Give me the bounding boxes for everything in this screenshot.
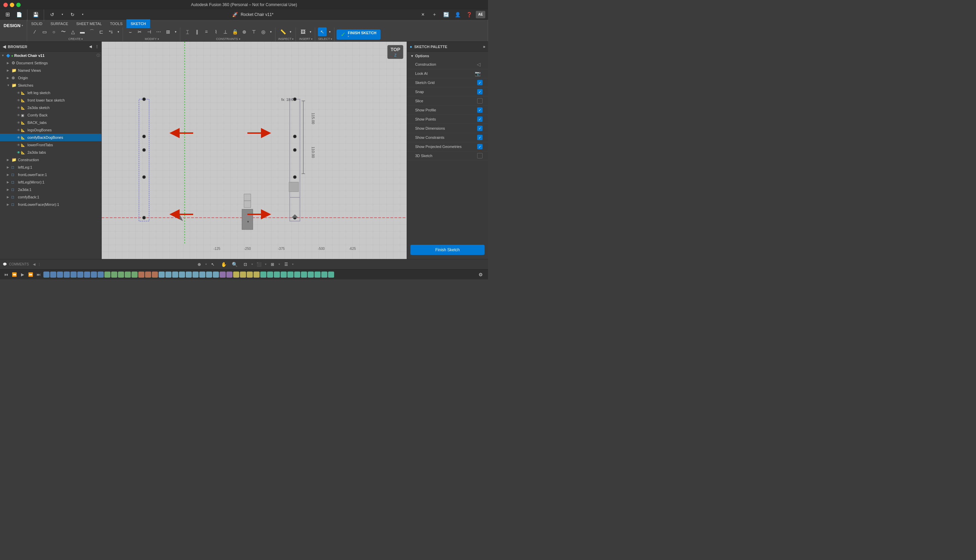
slice-checkbox[interactable] [477, 98, 483, 103]
parallel-tool[interactable]: ⌇ [211, 27, 220, 36]
palette-show-projected-row[interactable]: Show Projected Geometries [407, 142, 488, 151]
tree-item-back-tabs[interactable]: 👁 📐 BACK_tabs [0, 119, 101, 126]
timeline-item[interactable] [260, 272, 266, 278]
timeline-next[interactable]: ⏩ [27, 271, 34, 278]
timeline-item[interactable] [104, 272, 110, 278]
palette-show-profile-row[interactable]: Show Profile [407, 106, 488, 115]
design-label[interactable]: DESIGN [4, 23, 21, 28]
timeline-item[interactable] [91, 272, 97, 278]
redo-dropdown[interactable]: ▾ [78, 10, 87, 19]
profile-icon[interactable]: 👤 [453, 10, 462, 19]
collinear-tool[interactable]: ∥ [192, 27, 201, 36]
comments-menu-icon[interactable]: ⋮ [38, 262, 41, 266]
sym-tool[interactable]: ⊛ [240, 27, 249, 36]
scale2-tool[interactable]: ⊞ [164, 27, 172, 36]
line-tool[interactable]: ∕ [30, 27, 39, 36]
palette-expand-icon[interactable]: » [483, 44, 485, 49]
timeline-item[interactable] [98, 272, 104, 278]
tree-item-left-leg-1[interactable]: ▶ □ leftLeg:1 [0, 163, 101, 171]
minimize-button[interactable] [10, 3, 14, 7]
close-tab-icon[interactable]: ✕ [418, 10, 428, 19]
timeline-item[interactable] [64, 272, 70, 278]
show-projected-checkbox[interactable] [477, 144, 483, 149]
tree-item-2a3da-tabs[interactable]: 👁 📐 2a3da tabs [0, 148, 101, 156]
zoom-fit-icon[interactable]: ⊡ [241, 260, 250, 269]
close-button[interactable] [3, 3, 8, 7]
extend-tool[interactable]: ⊣ [145, 27, 154, 36]
timeline-item[interactable] [199, 272, 206, 278]
tree-root-item[interactable]: ▼ 🔷 ● Rocket Chair v11 ⓘ [0, 52, 101, 59]
timeline-item[interactable] [240, 272, 246, 278]
timeline-item[interactable] [159, 272, 165, 278]
coincident-tool[interactable]: ⌶ [183, 27, 192, 36]
measure-tool[interactable]: 📏 [279, 27, 288, 36]
timeline-play[interactable]: ▶ [19, 271, 26, 278]
timeline-item[interactable] [301, 272, 307, 278]
timeline-item[interactable] [84, 272, 90, 278]
equal-tool[interactable]: = [202, 27, 211, 36]
palette-look-at-row[interactable]: Look At 📷 [407, 69, 488, 78]
timeline-item[interactable] [165, 272, 172, 278]
help-icon[interactable]: ❓ [464, 10, 474, 19]
circle-tool[interactable]: ○ [50, 27, 58, 36]
timeline-item[interactable] [125, 272, 131, 278]
show-constraints-checkbox[interactable] [477, 135, 483, 140]
collapse-browser-icon[interactable]: ◀ [89, 45, 92, 48]
timeline-item[interactable] [281, 272, 287, 278]
timeline-item[interactable] [294, 272, 300, 278]
snap-checkbox[interactable] [477, 89, 483, 95]
timeline-item[interactable] [186, 272, 192, 278]
tree-item-left-leg-sketch[interactable]: 👁 📐 left leg sketch [0, 89, 101, 97]
timeline-item[interactable] [111, 272, 117, 278]
left-arrow-icon[interactable]: ◀ [3, 44, 6, 49]
timeline-item[interactable] [206, 272, 212, 278]
timeline-item[interactable] [118, 272, 124, 278]
maximize-button[interactable] [16, 3, 21, 7]
palette-sketch-grid-row[interactable]: Sketch Grid [407, 78, 488, 87]
fillet-tool[interactable]: ⌣ [126, 27, 135, 36]
snap-toolbar-icon[interactable]: ⊕ [194, 260, 204, 269]
palette-show-points-row[interactable]: Show Points [407, 115, 488, 124]
tree-item-2a3da-1[interactable]: ▶ □ 2a3da:1 [0, 186, 101, 193]
polygon-tool[interactable]: △ [69, 27, 77, 36]
tab-tools[interactable]: TOOLS [106, 19, 126, 28]
display-settings-icon[interactable]: ☰ [281, 260, 291, 269]
show-dimensions-checkbox[interactable] [477, 126, 483, 131]
timeline-item[interactable] [132, 272, 138, 278]
tree-item-comfy-back-1[interactable]: ▶ □ comfyBack:1 [0, 193, 101, 201]
tree-item-doc-settings[interactable]: ▶ ⚙ Document Settings [0, 59, 101, 67]
arc-tool[interactable]: ⌒ [87, 27, 96, 36]
timeline-item[interactable] [213, 272, 219, 278]
hand-toolbar-icon[interactable]: ✋ [219, 260, 228, 269]
tab-surface[interactable]: SURFACE [47, 19, 72, 28]
timeline-item[interactable] [308, 272, 314, 278]
sketch-grid-checkbox[interactable] [477, 80, 483, 85]
tree-item-construction[interactable]: ▶ 📁 Construction [0, 156, 101, 163]
save-icon[interactable]: 💾 [31, 10, 40, 19]
chevron5-down-icon[interactable]: ▾ [308, 27, 313, 36]
tab-solid[interactable]: SOLID [27, 19, 47, 28]
chevron4-down-icon[interactable]: ▾ [288, 27, 293, 36]
chevron2-down-icon[interactable]: ▾ [173, 27, 178, 36]
timeline-skip-end[interactable]: ⏭ [35, 271, 42, 278]
timeline-item[interactable] [274, 272, 280, 278]
project-tool[interactable]: ⥃ [106, 27, 115, 36]
show-points-checkbox[interactable] [477, 117, 483, 122]
chevron-down-icon[interactable]: ▾ [116, 27, 120, 36]
timeline-item[interactable] [57, 272, 63, 278]
undo-button[interactable]: ↺ [47, 10, 57, 19]
tree-item-origin[interactable]: ▶ ⊕ Origin [0, 74, 101, 82]
palette-show-dimensions-row[interactable]: Show Dimensions [407, 124, 488, 133]
timeline-item[interactable] [192, 272, 199, 278]
chevron3-down-icon[interactable]: ▾ [268, 27, 273, 36]
timeline-item[interactable] [145, 272, 151, 278]
view-indicator[interactable]: TOP Z [387, 45, 403, 59]
palette-show-constraints-row[interactable]: Show Constraints [407, 133, 488, 142]
offset-tool[interactable]: ⊏ [97, 27, 106, 36]
tab-sketch[interactable]: SKETCH [126, 19, 150, 28]
viewport-canvas[interactable]: 115.00 110.00 fx: 18.00 ▼ [102, 42, 407, 259]
timeline-item[interactable] [267, 272, 273, 278]
refresh-icon[interactable]: 🔄 [441, 10, 451, 19]
options-section-header[interactable]: ▼ Options [407, 52, 488, 60]
finish-sketch-toolbar-button[interactable]: ✓ FINISH SKETCH ▾ [336, 30, 380, 40]
